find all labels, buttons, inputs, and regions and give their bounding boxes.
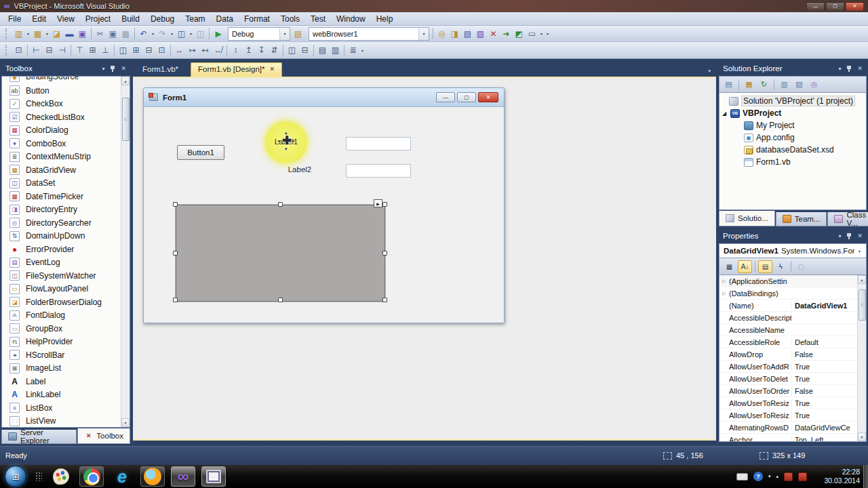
toolbox-item[interactable]: A Label [2,375,121,388]
scrollbar-thumb[interactable]: ≡ [859,289,866,321]
datagridview1-control[interactable]: ▶ [176,205,385,302]
ie-app-icon[interactable]: e [110,466,134,487]
menu-item[interactable]: View [52,13,80,25]
property-expander-icon[interactable]: ▷ [719,291,729,296]
bottom-tab[interactable]: ✕ Toolbox [77,428,130,444]
solution-explorer-icon[interactable]: ▤ [461,27,474,40]
increase-horiz-spacing-icon[interactable]: ↦ [186,44,199,57]
toolbox-item[interactable]: ▦ ColorDialog [2,124,121,138]
tray-chevron-up-icon[interactable]: ▴ [776,474,778,479]
bottom-tab[interactable]: Server Explorer [1,430,77,444]
extension-manager-icon[interactable]: ◩ [513,27,526,40]
toolbox-item[interactable]: ▾ ComboBox [2,137,121,150]
AccessibleName[interactable]: AccessibleName [719,324,857,336]
window-close-button[interactable]: ✕ [846,2,864,11]
menu-item[interactable]: Help [371,13,399,25]
scroll-up-icon[interactable]: ▴ [121,77,130,85]
snap-to-grid-icon[interactable]: ⊡ [12,44,25,57]
toolbox-item[interactable]: ◫ FileSystemWatcher [2,269,121,283]
save-icon[interactable]: ▬ [63,27,76,40]
chevron-down-icon[interactable]: ▾ [854,245,865,257]
toolbox-item[interactable]: ⇅ DomainUpDown [2,230,121,243]
panel-close-icon[interactable]: ✕ [121,65,126,72]
scroll-down-icon[interactable]: ▾ [121,418,130,427]
capture-app-icon[interactable] [201,466,226,487]
bottom-tab[interactable]: Team... [776,212,827,226]
start-button[interactable]: ⊞ [3,465,28,488]
align-centers-icon[interactable]: ⊟ [43,44,56,57]
panel-menu-icon[interactable]: ▾ [102,66,104,72]
property-value[interactable]: True [791,399,857,407]
panel-close-icon[interactable]: ✕ [857,232,863,239]
resize-handle[interactable] [278,298,283,302]
textbox2-control[interactable] [346,164,411,178]
chevron-down-icon[interactable]: ▾ [279,28,290,40]
vert-spacing-equal-icon[interactable]: ↕ [229,44,242,57]
property-expander-icon[interactable]: ▷ [719,279,729,284]
chrome-app-icon[interactable] [79,466,104,487]
property-value[interactable]: DataGridViewCe [791,424,857,432]
toolbox-item[interactable]: ≡ ListBox [2,401,121,415]
toolbox-item[interactable]: ● ErrorProvider [2,243,121,256]
remove-horiz-spacing-icon[interactable]: ↮ [212,44,224,57]
bottom-tab[interactable]: Solutio... [719,211,775,226]
toolbox-item[interactable]: ◫ DataSet [2,177,121,190]
panel-menu-icon[interactable]: ▾ [838,233,841,239]
property-value[interactable]: False [791,387,857,395]
toolbar-grip[interactable] [5,28,8,39]
align-middles-icon[interactable]: ⊞ [86,44,99,57]
menu-item[interactable]: Tools [275,13,305,25]
refresh-icon[interactable]: ↻ [757,78,770,91]
property-value[interactable]: Top, Left [791,436,857,442]
add-dropdown-icon[interactable]: ▾ [44,27,50,40]
resize-handle[interactable] [173,251,178,256]
menu-item[interactable]: Edit [26,13,52,25]
resize-handle[interactable] [382,298,387,302]
layout-toolbar-icon[interactable] [226,45,227,56]
properties-icon[interactable]: ▤ [758,260,772,273]
toolbox-item[interactable]: F1 HelpProvider [2,336,121,349]
layout-toolbar-icon[interactable] [313,45,314,56]
horiz-spacing-equal-icon[interactable]: ↔ [173,44,186,57]
resize-handle[interactable] [382,202,387,207]
property-value[interactable]: True [791,363,857,371]
toolbar-overflow-icon[interactable]: ▾ [545,27,551,40]
toolbox-item[interactable]: ▦ DateTimePicker [2,190,121,203]
property-value[interactable]: DataGridView1 [791,302,857,310]
new-dropdown-icon[interactable]: ▾ [25,27,31,40]
copy-icon[interactable]: ▣ [106,27,119,40]
tray-red-icon-2[interactable] [798,472,807,481]
align-tops-icon[interactable]: ⊤ [73,44,86,57]
scrollbar-thumb[interactable]: ≡ [122,98,130,141]
toolbar-icon[interactable] [433,28,433,39]
command-window-icon[interactable]: ▭ [526,27,538,40]
toolbox-item[interactable]: ☑ CheckedListBox [2,110,121,124]
tab-order-icon[interactable]: ≣ [347,44,359,57]
panel-close-icon[interactable]: ✕ [857,65,863,72]
Anchor[interactable]: Anchor Top, Left [719,434,857,441]
properties-icon[interactable]: ▤ [722,78,735,91]
toolbox-item[interactable]: ▭ GroupBox [2,322,121,336]
document-tab[interactable]: Form1.vb [Design]* ✕ [191,62,282,77]
resize-handle[interactable] [173,298,178,302]
toolbox-item[interactable]: A LinkLabel [2,388,121,402]
undo-dropdown-icon[interactable]: ▾ [150,27,156,40]
AllowUserToResiz[interactable]: AllowUserToResiz True [719,397,857,409]
toolbox-item[interactable]: ◆ BindingSource [2,77,121,84]
class-diagram-icon[interactable]: ◎ [808,78,821,91]
toolbox-item[interactable]: ◎ DirectorySearcher [2,216,121,230]
toolbox-icon[interactable]: ✕ [487,27,500,40]
form-close-button[interactable]: ✕ [478,92,498,102]
taskbar-separator-dots[interactable] [35,466,43,487]
make-same-size-icon[interactable]: ⊡ [155,44,168,57]
form-client-area[interactable]: Button1 Label1 ✚ ▴ ▾ ◂ ▸ Label2 [144,107,504,323]
layout-toolbar-icon[interactable] [71,45,71,56]
find-in-files-icon[interactable]: ◎ [435,27,448,40]
redo-dropdown-icon[interactable]: ▾ [169,27,175,40]
label2-control[interactable]: Label2 [270,165,330,174]
properties-window-icon[interactable]: ▧ [474,27,487,40]
scroll-down-icon[interactable]: ▾ [858,432,866,441]
menu-item[interactable]: Team [180,13,210,25]
tray-chevron-down-icon[interactable]: ▾ [768,474,771,479]
solution-tree-item[interactable]: databaseDataSet.xsd [719,144,866,156]
